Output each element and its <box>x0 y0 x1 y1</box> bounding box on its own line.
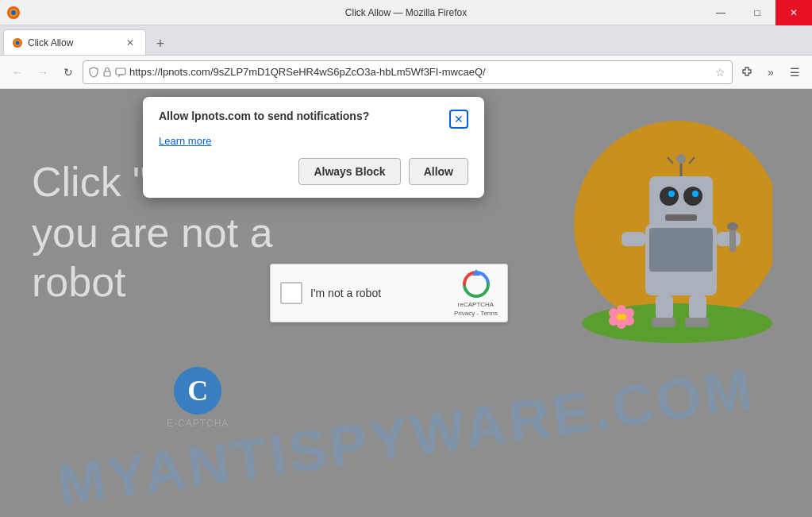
extensions-icon[interactable] <box>736 61 758 83</box>
svg-rect-24 <box>665 214 697 221</box>
svg-rect-36 <box>685 318 709 327</box>
svg-point-5 <box>16 41 20 44</box>
url-text: https://lpnots.com/9sZLP7mD1QRSeHR4wS6pZ… <box>129 66 712 78</box>
recaptcha-links: Privacy - Terms <box>454 310 498 317</box>
navbar: ← → ↻ https://lpnots.com/9sZLP7mD1QRSeHR… <box>0 56 812 89</box>
titlebar-title: Click Allow — Mozilla Firefox <box>345 7 467 18</box>
svg-rect-18 <box>649 228 713 272</box>
svg-rect-33 <box>656 295 673 319</box>
permissions-icon <box>115 67 126 78</box>
close-button[interactable]: ✕ <box>775 0 812 25</box>
tab-favicon <box>12 37 23 48</box>
page-content: MYANTISPYWARE.COM Click "Allow" if you a… <box>0 89 812 517</box>
recaptcha-icon <box>461 269 491 299</box>
popup-header: Allow lpnots.com to send notifications? … <box>159 110 468 129</box>
forward-button[interactable]: → <box>32 61 54 83</box>
ecaptcha-letter: C <box>187 374 208 407</box>
svg-point-23 <box>692 191 698 197</box>
watermark: MYANTISPYWARE.COM <box>0 348 812 517</box>
svg-point-21 <box>683 187 702 206</box>
menu-button[interactable]: ☰ <box>783 61 806 83</box>
firefox-icon <box>6 6 21 20</box>
ecaptcha-logo: C <box>174 367 221 415</box>
allow-button[interactable]: Allow <box>409 158 468 185</box>
lock-icon <box>102 67 113 78</box>
refresh-button[interactable]: ↻ <box>57 61 79 83</box>
titlebar: Click Allow — Mozilla Firefox — □ ✕ <box>0 0 812 25</box>
recaptcha-brand: reCAPTCHA <box>458 301 494 308</box>
notification-popup: Allow lpnots.com to send notifications? … <box>143 97 484 198</box>
svg-rect-31 <box>729 228 736 252</box>
svg-rect-30 <box>717 232 741 246</box>
recaptcha-label: I'm not a robot <box>310 287 446 299</box>
more-toolbar-button[interactable]: » <box>760 61 782 83</box>
popup-buttons: Always Block Allow <box>159 158 468 185</box>
popup-title: Allow lpnots.com to send notifications? <box>159 110 449 122</box>
svg-rect-34 <box>689 295 706 319</box>
bookmark-icon[interactable]: ☆ <box>715 66 725 79</box>
titlebar-left <box>0 6 21 20</box>
svg-point-22 <box>668 191 675 197</box>
tabbar: Click Allow ✕ + <box>0 25 812 56</box>
text-prefix: Click " <box>32 159 148 205</box>
robot-illustration <box>550 97 772 354</box>
tab-close-button[interactable]: ✕ <box>123 36 137 50</box>
svg-point-26 <box>676 154 686 164</box>
svg-point-2 <box>11 10 16 15</box>
titlebar-controls: — □ ✕ <box>702 0 812 25</box>
text-line2: you are not a <box>32 208 317 257</box>
address-bar-icons <box>88 67 126 78</box>
tab-title: Click Allow <box>28 37 118 48</box>
minimize-button[interactable]: — <box>702 0 739 25</box>
maximize-button[interactable]: □ <box>739 0 775 25</box>
svg-point-16 <box>609 316 618 326</box>
recaptcha-logo: reCAPTCHA Privacy - Terms <box>454 269 498 317</box>
active-tab[interactable]: Click Allow ✕ <box>3 29 146 55</box>
recaptcha-box[interactable]: I'm not a robot reCAPTCHA Privacy - Term… <box>270 264 508 322</box>
back-button[interactable]: ← <box>6 61 29 83</box>
ecaptcha: C E-CAPTCHA <box>167 367 229 429</box>
shield-icon <box>88 67 99 78</box>
extensions-svg <box>741 66 753 79</box>
recaptcha-checkbox[interactable] <box>280 282 302 304</box>
always-block-button[interactable]: Always Block <box>298 158 400 185</box>
svg-rect-29 <box>622 232 645 246</box>
ecaptcha-label: E-CAPTCHA <box>167 418 229 429</box>
robot-svg <box>550 97 772 351</box>
popup-close-button[interactable]: ✕ <box>449 110 468 129</box>
svg-point-20 <box>660 187 679 206</box>
svg-point-32 <box>727 222 738 230</box>
new-tab-button[interactable]: + <box>149 33 171 55</box>
svg-rect-7 <box>116 68 125 75</box>
svg-rect-6 <box>104 71 110 76</box>
toolbar-icons: » ☰ <box>736 61 806 83</box>
svg-rect-35 <box>652 318 675 327</box>
learn-more-link[interactable]: Learn more <box>159 135 468 147</box>
address-bar[interactable]: https://lpnots.com/9sZLP7mD1QRSeHR4wS6pZ… <box>83 60 733 84</box>
